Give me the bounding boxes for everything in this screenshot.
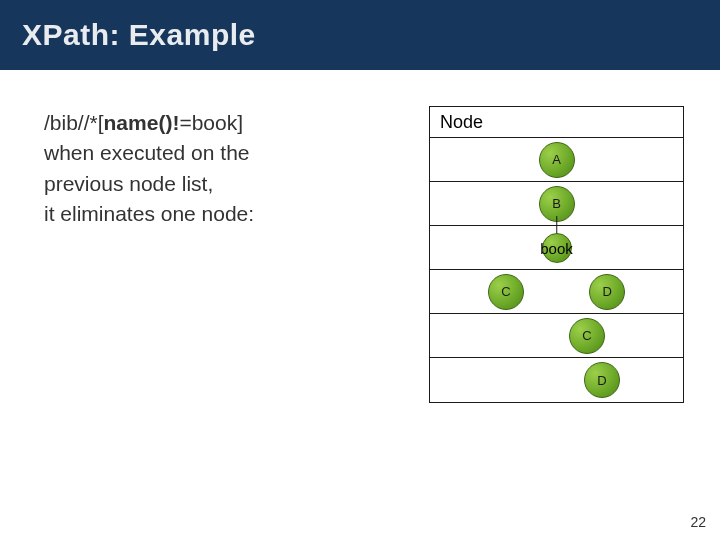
table-row: C xyxy=(430,314,683,358)
description-text: /bib//*[name()!=book] when executed on t… xyxy=(44,108,374,230)
book-label: book xyxy=(540,239,573,256)
table-row: book xyxy=(430,226,683,270)
node-circle: D xyxy=(584,362,620,398)
node-circle: D xyxy=(589,274,625,310)
title-bar: XPath: Example xyxy=(0,0,720,70)
node-table: Node ABbookCDCD xyxy=(429,106,684,403)
node-circle: A xyxy=(539,142,575,178)
xpath-prefix: /bib//*[ xyxy=(44,111,104,134)
text-line-2: when executed on the xyxy=(44,138,374,168)
slide-title: XPath: Example xyxy=(22,18,256,52)
table-row: A xyxy=(430,138,683,182)
slide-content: /bib//*[name()!=book] when executed on t… xyxy=(44,108,676,230)
page-number: 22 xyxy=(690,514,706,530)
text-line-4: it eliminates one node: xyxy=(44,199,374,229)
table-row: CD xyxy=(430,270,683,314)
xpath-bold: name()! xyxy=(104,111,180,134)
node-circle: C xyxy=(488,274,524,310)
table-row: D xyxy=(430,358,683,402)
xpath-suffix: =book] xyxy=(179,111,243,134)
xpath-expression: /bib//*[name()!=book] xyxy=(44,108,374,138)
text-line-3: previous node list, xyxy=(44,169,374,199)
table-row: B xyxy=(430,182,683,226)
node-circle: C xyxy=(569,318,605,354)
table-header: Node xyxy=(430,107,683,138)
